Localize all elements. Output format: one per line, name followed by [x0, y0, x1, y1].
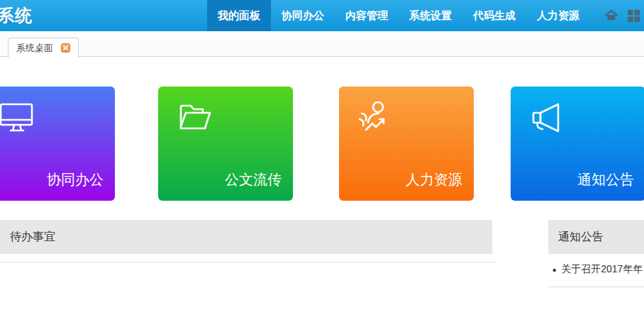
notice-panel-title: 通知公告 [558, 230, 604, 245]
top-header: 系统 我的面板 协同办公 内容管理 系统设置 代码生成 人力资源 [0, 0, 644, 31]
brand-title: 系统 [0, 4, 33, 27]
nav-item-settings[interactable]: 系统设置 [399, 0, 462, 31]
apps-grid-icon[interactable] [626, 8, 641, 23]
tile-label: 人力资源 [406, 170, 462, 189]
main-nav: 我的面板 协同办公 内容管理 系统设置 代码生成 人力资源 [207, 0, 590, 31]
nav-item-collab[interactable]: 协同办公 [271, 0, 335, 31]
todo-panel-divider [0, 262, 496, 262]
notice-item-divider [548, 287, 644, 287]
folder-open-icon [175, 98, 215, 140]
tile-label: 公文流传 [225, 170, 282, 189]
person-trend-icon [356, 98, 396, 140]
tile-document-flow[interactable]: 公文流传 [158, 87, 293, 201]
tile-human-resources[interactable]: 人力资源 [339, 87, 474, 201]
home-icon[interactable] [604, 8, 619, 23]
monitor-icon [0, 98, 37, 140]
tab-bar: 系统桌面 [0, 31, 644, 57]
tile-label: 协同办公 [47, 170, 104, 189]
tab-system-desktop[interactable]: 系统桌面 [8, 38, 79, 57]
tile-notices[interactable]: 通知公告 [511, 87, 644, 201]
notice-panel-header: 通知公告 [548, 220, 644, 254]
dashboard-screen: 系统 我的面板 协同办公 内容管理 系统设置 代码生成 人力资源 [0, 0, 644, 322]
tab-close-icon[interactable] [61, 43, 70, 52]
notice-list-item[interactable]: 关于召开2017年年 [553, 263, 644, 276]
todo-panel-header: 待办事宜 [0, 220, 492, 254]
megaphone-icon [528, 98, 567, 140]
nav-item-my-panel[interactable]: 我的面板 [207, 0, 271, 31]
nav-item-hr[interactable]: 人力资源 [526, 0, 590, 31]
todo-panel-title: 待办事宜 [10, 230, 55, 245]
tile-label: 通知公告 [577, 170, 634, 189]
tile-collab-office[interactable]: 协同办公 [0, 87, 115, 201]
header-icons [604, 0, 641, 31]
nav-item-content[interactable]: 内容管理 [335, 0, 399, 31]
nav-item-codegen[interactable]: 代码生成 [462, 0, 526, 31]
tab-label: 系统桌面 [16, 42, 53, 55]
